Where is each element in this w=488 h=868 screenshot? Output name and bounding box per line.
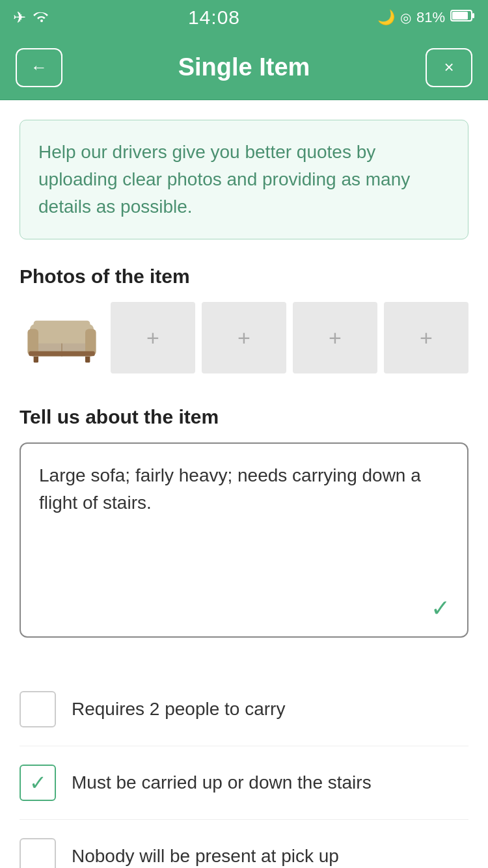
checkbox-stairs[interactable]: ✓ <box>20 765 56 801</box>
svg-rect-9 <box>34 321 90 329</box>
stairs-check-icon: ✓ <box>29 770 47 795</box>
back-button[interactable]: ← <box>16 48 62 87</box>
battery-percent: 81% <box>416 9 445 26</box>
back-icon: ← <box>31 57 47 77</box>
svg-rect-11 <box>29 351 95 356</box>
textarea-wrapper: ✓ <box>20 442 468 640</box>
checkbox-stairs-label: Must be carried up or down the stairs <box>72 772 372 793</box>
sofa-image <box>23 312 101 364</box>
location-icon: ◎ <box>400 10 411 25</box>
checkbox-row-3: Nobody will be present at pick up <box>20 820 468 868</box>
add-photo-1[interactable]: + <box>111 302 195 373</box>
add-photo-2[interactable]: + <box>202 302 286 373</box>
photos-section: Photos of the item <box>20 265 468 373</box>
checkbox-row-2: ✓ Must be carried up or down the stairs <box>20 746 468 820</box>
info-box: Help our drivers give you better quotes … <box>20 120 468 239</box>
checkbox-section: Requires 2 people to carry ✓ Must be car… <box>20 666 468 868</box>
add-icon-3: + <box>329 325 342 351</box>
photo-row: + + + + <box>20 302 468 373</box>
svg-rect-1 <box>452 12 468 20</box>
battery-icon <box>450 9 475 26</box>
add-icon-1: + <box>146 325 159 351</box>
add-photo-4[interactable]: + <box>384 302 468 373</box>
checkbox-nobody-label: Nobody will be present at pick up <box>72 846 339 867</box>
tell-section: Tell us about the item ✓ <box>20 406 468 640</box>
close-icon: × <box>444 57 454 77</box>
add-icon-4: + <box>420 325 433 351</box>
photos-section-title: Photos of the item <box>20 265 468 288</box>
add-icon-2: + <box>237 325 251 351</box>
checkbox-2-people[interactable] <box>20 691 56 727</box>
status-bar: ✈ 14:08 🌙 ◎ 81% <box>0 0 488 35</box>
page-title: Single Item <box>178 53 310 81</box>
photo-main[interactable] <box>20 302 104 373</box>
checkbox-nobody[interactable] <box>20 838 56 868</box>
checkmark-icon: ✓ <box>431 595 450 622</box>
moon-icon: 🌙 <box>377 9 395 26</box>
info-box-text: Help our drivers give you better quotes … <box>38 139 450 221</box>
status-right: 🌙 ◎ 81% <box>377 9 475 26</box>
checkbox-2-people-label: Requires 2 people to carry <box>72 699 285 720</box>
status-left: ✈ <box>13 8 51 27</box>
airplane-icon: ✈ <box>13 8 26 27</box>
item-description-input[interactable] <box>20 442 468 638</box>
svg-rect-2 <box>472 13 474 18</box>
wifi-icon <box>33 8 51 27</box>
close-button[interactable]: × <box>426 48 472 87</box>
add-photo-3[interactable]: + <box>293 302 377 373</box>
time-display: 14:08 <box>188 7 240 29</box>
tell-section-title: Tell us about the item <box>20 406 468 428</box>
header: ← Single Item × <box>0 35 488 100</box>
content-area: Help our drivers give you better quotes … <box>0 100 488 868</box>
checkbox-row-1: Requires 2 people to carry <box>20 673 468 746</box>
